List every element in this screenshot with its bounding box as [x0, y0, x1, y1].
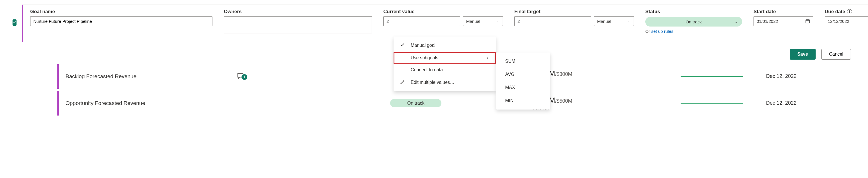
check-icon	[12, 21, 17, 25]
subgoals-submenu: SUM AVG MAX MIN	[496, 52, 550, 109]
field-start-date: Start date 01/01/2022	[753, 9, 813, 34]
sparkline	[681, 101, 755, 105]
set-up-rules-link[interactable]: set up rules	[651, 29, 674, 34]
value-mode-dropdown: Manual goal Use subgoals › Connect to da…	[394, 36, 496, 91]
label-start-date: Start date	[753, 9, 813, 15]
chevron-down-icon: ⌄	[497, 19, 500, 23]
goal-row[interactable]: Opportunity Forecasted Revenue On track …	[57, 91, 856, 116]
dropdown-item-manual-goal[interactable]: Manual goal	[394, 39, 496, 52]
start-date-value: 01/01/2022	[757, 19, 778, 24]
label-final-target: Final target	[514, 9, 634, 15]
field-status: Status On track ⌄ Or set up rules	[645, 9, 742, 34]
dropdown-item-label: Edit multiple values…	[411, 80, 488, 85]
dropdown-item-label: Use subgoals	[411, 55, 482, 60]
value-block: $510M/$500M ↑ 0% YoY	[532, 96, 669, 111]
start-date-input[interactable]: 01/01/2022	[753, 16, 813, 26]
value-change: ↑ 0% YoY	[532, 106, 669, 111]
field-owners: Owners	[224, 9, 372, 34]
final-target-mode-select[interactable]: Manual ⌄	[594, 16, 634, 26]
submenu-sum[interactable]: SUM	[496, 55, 550, 68]
label-current-value: Current value	[383, 9, 503, 15]
label-status: Status	[645, 9, 742, 15]
chevron-down-icon: ⌄	[735, 20, 738, 24]
due-date-cell: Dec 12, 2022	[766, 100, 851, 106]
dropdown-item-label: Connect to data…	[411, 67, 488, 73]
status-pill-text: On track	[686, 19, 702, 24]
goal-name-input[interactable]	[30, 16, 212, 26]
rules-prefix: Or	[645, 29, 651, 34]
owners-input[interactable]	[224, 16, 372, 33]
value-target: /$500M	[555, 98, 572, 104]
field-final-target: Final target Manual ⌄	[514, 9, 634, 34]
status-pill[interactable]: On track ⌄	[645, 17, 742, 27]
goal-name: Backlog Forecasted Revenue	[65, 73, 225, 80]
value-target: /$300M	[555, 71, 572, 77]
label-owners: Owners	[224, 9, 372, 15]
field-goal-name: Goal name	[30, 9, 212, 34]
submenu-avg[interactable]: AVG	[496, 68, 550, 81]
final-target-input[interactable]	[514, 16, 591, 26]
field-current-value: Current value Manual ⌄	[383, 9, 503, 34]
cancel-button[interactable]: Cancel	[821, 49, 851, 60]
label-goal-name: Goal name	[30, 9, 212, 15]
current-value-mode-select[interactable]: Manual ⌄	[463, 16, 503, 26]
value-change: ↑ 0% YoY	[532, 79, 669, 84]
submenu-min[interactable]: MIN	[496, 94, 550, 107]
check-icon	[399, 42, 405, 49]
due-date-value: 12/12/2022	[828, 19, 849, 24]
chevron-right-icon: ›	[487, 55, 488, 60]
submenu-max[interactable]: MAX	[496, 81, 550, 94]
label-due-date: Due date i	[825, 9, 868, 15]
dropdown-item-use-subgoals[interactable]: Use subgoals ›	[394, 52, 496, 64]
value-block: $372M/$300M ↑ 0% YoY	[532, 69, 669, 84]
dropdown-item-edit-multiple[interactable]: Edit multiple values…	[394, 76, 496, 89]
dropdown-item-label: Manual goal	[411, 43, 488, 48]
goal-name: Opportunity Forecasted Revenue	[65, 100, 225, 106]
sparkline	[681, 74, 755, 79]
goal-editor-row: Goal name Owners Current value Manual ⌄ …	[0, 0, 868, 43]
current-value-input[interactable]	[383, 16, 460, 26]
chevron-down-icon: ⌄	[628, 19, 631, 23]
pencil-icon	[399, 79, 405, 85]
save-button[interactable]: Save	[790, 49, 815, 60]
row-checkbox[interactable]	[12, 19, 17, 26]
comments-button[interactable]: 1	[236, 76, 244, 81]
final-target-mode-label: Manual	[597, 19, 611, 24]
calendar-icon	[805, 19, 810, 24]
dropdown-item-connect-data[interactable]: Connect to data…	[394, 64, 496, 76]
rules-hint: Or set up rules	[645, 29, 742, 34]
status-chip[interactable]: On track	[390, 99, 441, 107]
label-due-date-text: Due date	[825, 9, 845, 15]
field-due-date: Due date i 12/12/2022	[825, 9, 868, 34]
svg-rect-0	[806, 20, 810, 23]
due-date-input[interactable]: 12/12/2022	[825, 16, 868, 26]
info-icon[interactable]: i	[847, 9, 852, 14]
due-date-cell: Dec 12, 2022	[766, 73, 851, 79]
comments-badge: 1	[242, 74, 247, 80]
current-value-mode-label: Manual	[466, 19, 480, 24]
